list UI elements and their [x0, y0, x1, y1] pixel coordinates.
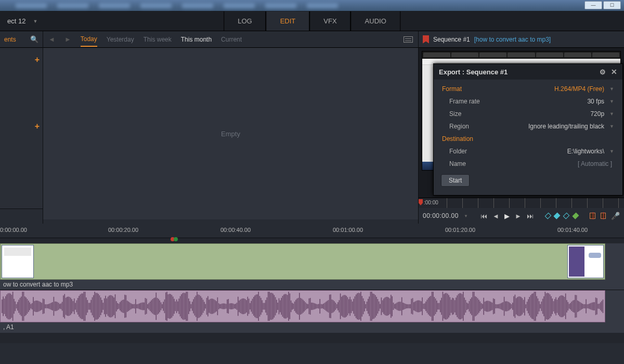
svg-rect-417 [502, 302, 503, 310]
svg-rect-28 [34, 301, 35, 311]
svg-rect-139 [168, 294, 169, 318]
svg-rect-250 [302, 298, 303, 314]
transport-controls: 00:00:00.00 ▼ ⏮ ◄ ▶ ► ⏭ 🎤 [419, 208, 624, 224]
svg-rect-75 [90, 300, 92, 313]
svg-rect-422 [509, 302, 510, 310]
svg-rect-381 [459, 293, 460, 319]
svg-rect-255 [307, 304, 308, 308]
remove-cut-icon[interactable] [590, 213, 595, 219]
search-icon[interactable]: 🔍 [30, 35, 38, 43]
tab-log[interactable]: LOG [224, 11, 266, 31]
svg-rect-431 [519, 296, 521, 316]
svg-rect-413 [498, 304, 499, 308]
svg-rect-156 [188, 298, 189, 314]
play-icon[interactable]: ▶ [504, 212, 510, 220]
svg-rect-484 [583, 304, 584, 308]
svg-rect-228 [275, 297, 276, 315]
filter-current[interactable]: Current [221, 36, 242, 43]
svg-rect-420 [506, 301, 507, 311]
name-value[interactable]: [ Automatic ] [504, 160, 614, 167]
svg-rect-44 [54, 297, 55, 316]
chevron-down-icon[interactable]: ▼ [606, 86, 614, 92]
svg-rect-469 [565, 293, 566, 319]
svg-rect-291 [351, 300, 352, 313]
timeline-ruler[interactable]: 0:00:00.00 00:00:20.00 00:00:40.00 00:01… [0, 224, 624, 238]
maximize-button[interactable]: ☐ [603, 1, 621, 9]
list-view-icon[interactable] [404, 36, 413, 43]
timecode-dropdown-icon[interactable]: ▼ [464, 214, 468, 218]
mic-icon[interactable]: 🎤 [611, 212, 620, 220]
step-back-icon[interactable]: ◄ [492, 212, 499, 220]
svg-rect-435 [524, 297, 525, 315]
mark-out-icon[interactable] [563, 213, 569, 219]
playhead-icon[interactable] [171, 235, 178, 243]
video-clip[interactable] [0, 243, 605, 280]
svg-rect-390 [470, 299, 471, 314]
sequence-link[interactable]: [how to convert aac to mp3] [474, 36, 551, 43]
video-track[interactable] [0, 243, 624, 280]
svg-rect-275 [332, 300, 333, 313]
svg-rect-272 [328, 300, 329, 313]
format-value[interactable]: H.264/MP4 (Free) [523, 85, 606, 93]
chevron-down-icon[interactable]: ▼ [606, 111, 614, 116]
svg-rect-454 [547, 293, 548, 320]
add-item-button-2[interactable]: + [35, 122, 40, 131]
audio-clip[interactable] [0, 290, 605, 322]
region-value[interactable]: Ignore leading/trailing black [504, 123, 606, 130]
svg-rect-488 [588, 304, 589, 309]
gear-icon[interactable]: ⚙ [600, 68, 606, 76]
step-forward-icon[interactable]: ► [515, 212, 522, 220]
svg-rect-377 [454, 300, 456, 313]
mark-in-icon[interactable] [544, 213, 551, 219]
svg-rect-356 [429, 297, 430, 316]
folder-value[interactable]: E:\lightworks\ [504, 148, 606, 155]
minimize-button[interactable]: — [584, 1, 602, 9]
framerate-value[interactable]: 30 fps [504, 98, 606, 105]
svg-rect-2 [3, 296, 4, 316]
svg-rect-162 [196, 295, 197, 317]
chevron-down-icon[interactable]: ▼ [606, 124, 614, 129]
audio-track[interactable] [0, 290, 624, 322]
mark-icon[interactable] [554, 213, 560, 219]
tab-audio[interactable]: AUDIO [351, 11, 400, 31]
svg-rect-234 [282, 296, 283, 317]
filter-today[interactable]: Today [81, 35, 97, 47]
svg-rect-53 [64, 294, 65, 318]
size-value[interactable]: 720p [504, 110, 606, 118]
svg-rect-151 [182, 293, 183, 320]
svg-rect-55 [67, 297, 68, 316]
svg-rect-9 [11, 295, 12, 318]
svg-rect-66 [80, 294, 81, 318]
in-marker-icon[interactable] [419, 199, 423, 205]
svg-rect-91 [110, 295, 111, 318]
nav-forward-icon[interactable]: ► [64, 35, 71, 43]
project-dropdown-icon[interactable]: ▼ [33, 19, 48, 24]
cue-marker-icon[interactable] [572, 213, 578, 219]
add-item-button[interactable]: + [35, 55, 40, 64]
goto-start-icon[interactable]: ⏮ [480, 212, 487, 220]
close-icon[interactable]: ✕ [611, 68, 617, 76]
delete-cut-icon[interactable] [601, 213, 606, 219]
svg-rect-18 [22, 292, 23, 321]
svg-rect-309 [372, 293, 373, 319]
svg-rect-64 [77, 298, 79, 315]
tab-edit[interactable]: EDIT [266, 11, 310, 31]
goto-end-icon[interactable]: ⏭ [527, 212, 534, 220]
svg-rect-152 [184, 293, 185, 320]
chevron-down-icon[interactable]: ▼ [606, 149, 614, 154]
start-button[interactable]: Start [441, 174, 470, 187]
filter-thisweek[interactable]: This week [144, 36, 172, 43]
svg-rect-194 [234, 304, 235, 308]
filter-yesterday[interactable]: Yesterday [107, 36, 134, 43]
viewer-ruler[interactable]: :00:00 [419, 198, 624, 208]
filter-thismonth[interactable]: This month [181, 36, 212, 43]
svg-rect-430 [518, 296, 519, 316]
chevron-down-icon[interactable]: ▼ [606, 99, 614, 104]
svg-rect-141 [170, 294, 171, 318]
tab-vfx[interactable]: VFX [309, 11, 350, 31]
nav-back-icon[interactable]: ◄ [48, 35, 55, 43]
waveform [2, 292, 604, 321]
svg-rect-368 [444, 294, 445, 319]
sidebar-heading: ents [4, 36, 16, 43]
svg-rect-459 [553, 301, 554, 311]
